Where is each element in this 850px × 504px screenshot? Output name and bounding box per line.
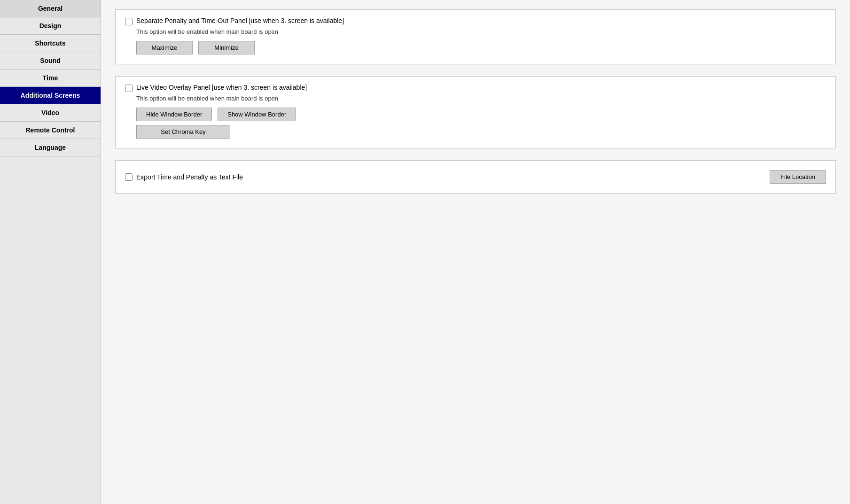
sidebar-item-design[interactable]: Design [0,17,101,35]
panel-live-video: Live Video Overlay Panel [use when 3. sc… [115,76,836,148]
live-video-checkbox[interactable] [125,85,133,92]
export-label: Export Time and Penalty as Text File [125,173,760,181]
export-text: Export Time and Penalty as Text File [136,173,243,181]
sidebar-item-sound[interactable]: Sound [0,52,101,70]
main-content: Separate Penalty and Time-Out Panel [use… [101,0,850,504]
live-video-title: Live Video Overlay Panel [use when 3. sc… [136,84,307,91]
separate-penalty-subtitle: This option will be enabled when main bo… [136,28,826,35]
panel2-buttons-row2: Set Chroma Key [136,125,826,139]
show-window-border-button[interactable]: Show Window Border [218,108,296,121]
sidebar-item-shortcuts[interactable]: Shortcuts [0,35,101,52]
file-location-button[interactable]: File Location [770,170,826,184]
separate-penalty-checkbox[interactable] [125,18,133,25]
set-chroma-key-button[interactable]: Set Chroma Key [136,125,230,139]
sidebar-item-time[interactable]: Time [0,70,101,87]
export-checkbox[interactable] [125,173,133,181]
panel1-buttons: Maximize Minimize [136,41,826,54]
panel2-buttons-row1: Hide Window Border Show Window Border [136,108,826,121]
sidebar: General Design Shortcuts Sound Time Addi… [0,0,101,504]
maximize-button[interactable]: Maximize [136,41,193,54]
sidebar-item-remote-control[interactable]: Remote Control [0,122,101,139]
live-video-subtitle: This option will be enabled when main bo… [136,95,826,102]
minimize-button[interactable]: Minimize [198,41,255,54]
sidebar-item-video[interactable]: Video [0,104,101,122]
panel-export: Export Time and Penalty as Text File Fil… [115,160,836,194]
panel-separate-penalty: Separate Penalty and Time-Out Panel [use… [115,9,836,64]
hide-window-border-button[interactable]: Hide Window Border [136,108,212,121]
sidebar-item-general[interactable]: General [0,0,101,17]
separate-penalty-title: Separate Penalty and Time-Out Panel [use… [136,17,344,24]
sidebar-item-language[interactable]: Language [0,139,101,156]
sidebar-item-additional-screens[interactable]: Additional Screens [0,87,101,104]
